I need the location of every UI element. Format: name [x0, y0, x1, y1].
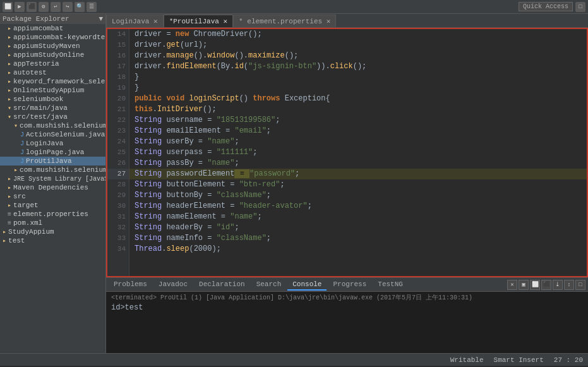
folder-icon: ▾	[14, 122, 18, 129]
java-icon: J	[20, 149, 24, 156]
sidebar-item-com-util[interactable]: ▸ com.mushishi.selenium.util	[0, 165, 105, 174]
sidebar-item-test[interactable]: ▸ test	[0, 236, 105, 245]
folder-icon: ▸	[8, 184, 11, 191]
tab-element-props[interactable]: * element.properties ✕	[233, 15, 336, 27]
folder-icon: ▸	[8, 175, 11, 183]
toolbar-icon-7[interactable]: 🔍	[75, 2, 85, 12]
folder-icon: ▾	[8, 104, 11, 112]
folder-icon: ▸	[14, 166, 18, 174]
sidebar-item-online[interactable]: ▸ appiumStudyOnline	[0, 51, 105, 59]
folder-icon: ▸	[8, 51, 11, 59]
toolbar-icon-1[interactable]: ⬜	[3, 2, 13, 12]
sidebar-item-onlinestudy[interactable]: ▸ OnlineStudyAppium	[0, 86, 105, 95]
sidebar-item-keywordtest[interactable]: ▸ appiumcombat-keywordtest	[0, 33, 105, 42]
tab-proutils-label: *ProUtilJava ✕	[169, 17, 227, 25]
app-window: ⬜ ▶ ⬛ ⚙ ↩ ↪ 🔍 ☰ Quick Access □ Package E…	[0, 0, 588, 367]
sidebar-item-maven-dep[interactable]: ▸ Maven Dependencies	[0, 183, 105, 192]
sidebar-item-loginpage[interactable]: J loginPage.java	[0, 148, 105, 157]
sidebar-item-src-test[interactable]: ▾ src/test/java	[0, 112, 105, 121]
console-tool-2[interactable]: ▣	[519, 280, 529, 290]
sidebar-item-target[interactable]: ▸ target	[0, 201, 105, 210]
toolbar-icon-8[interactable]: ☰	[87, 2, 97, 12]
console-tool-5[interactable]: ⤓	[553, 280, 563, 290]
line-num-15: 15	[107, 40, 129, 51]
tab-javadoc[interactable]: Javadoc	[153, 279, 193, 291]
sidebar-item-autotest[interactable]: ▸ autotest	[0, 68, 105, 77]
code-line-34: Thread.sleep(2000);	[129, 244, 587, 255]
sidebar-item-appiumcombat[interactable]: ▸ appiumcombat	[0, 24, 105, 33]
sidebar-item-pom[interactable]: ≡ pom.xml	[0, 219, 105, 227]
sidebar-title: Package Explorer	[3, 15, 69, 23]
code-line-22: String username = "18513199586";	[129, 115, 587, 126]
maximize-icon[interactable]: □	[575, 2, 585, 12]
tab-console[interactable]: Console	[287, 279, 327, 291]
code-content[interactable]: driver = new ChromeDriver(); driver.get(…	[129, 29, 587, 276]
line-num-28: 28	[107, 179, 129, 190]
console-output: <terminated> ProUtil (1) [Java Applicati…	[106, 292, 588, 353]
sidebar-item-seleniumbook[interactable]: ▸ seleniumbook	[0, 95, 105, 104]
line-num-19: 19	[107, 83, 129, 93]
status-bar: Writable Smart Insert 27 : 20	[0, 353, 588, 366]
line-num-31: 31	[107, 212, 129, 222]
code-line-29: String buttonBy = "className";	[129, 190, 587, 201]
code-line-23: String emailElement = "email";	[129, 126, 587, 136]
line-numbers: 14 15 16 17 18 19 20 21 22 23 24 25 26 2…	[107, 29, 129, 276]
sidebar-item-studyappium[interactable]: ▸ StudyAppium	[0, 227, 105, 236]
sidebar-item-apptestoria[interactable]: ▸ appTestoria	[0, 59, 105, 68]
tab-progress[interactable]: Progress	[328, 279, 371, 291]
tab-search[interactable]: Search	[251, 279, 287, 291]
line-num-20: 20	[107, 93, 129, 104]
line-num-23: 23	[107, 126, 129, 136]
console-prompt-line: id>test	[111, 303, 583, 312]
line-num-27: 27	[107, 169, 129, 179]
code-line-18: }	[129, 72, 587, 83]
sidebar-item-element-props[interactable]: ≡ element.properties	[0, 210, 105, 219]
toolbar-icon-6[interactable]: ↪	[63, 2, 73, 12]
tab-element-label: * element.properties ✕	[239, 17, 330, 25]
code-line-24: String userBy = "name";	[129, 136, 587, 147]
sidebar-item-src-main[interactable]: ▾ src/main/java	[0, 104, 105, 112]
sidebar-item-keyword-framework[interactable]: ▸ keyword_framework_selenium	[0, 77, 105, 86]
toolbar-icon-2[interactable]: ▶	[15, 2, 25, 12]
sidebar-item-actionselenium[interactable]: J ActionSelenium.java	[0, 130, 105, 139]
java-icon: J	[20, 131, 24, 138]
folder-icon: ▸	[8, 78, 11, 85]
sidebar-item-maven[interactable]: ▸ appiumStudyMaven	[0, 42, 105, 51]
console-tool-6[interactable]: ↕	[564, 280, 574, 290]
code-line-20: public void loginScript() throws Excepti…	[129, 93, 587, 104]
line-num-18: 18	[107, 72, 129, 83]
sidebar-menu-icon[interactable]: ▼	[99, 15, 103, 23]
quick-access-button[interactable]: Quick Access	[519, 2, 573, 11]
line-num-22: 22	[107, 115, 129, 126]
editor-tab-bar: LoginJava ✕ *ProUtilJava ✕ * element.pro…	[106, 14, 588, 28]
sidebar-header: Package Explorer ▼	[0, 14, 105, 24]
tab-loginjava[interactable]: LoginJava ✕	[106, 15, 164, 27]
toolbar-icon-5[interactable]: ↩	[51, 2, 61, 12]
line-num-30: 30	[107, 201, 129, 212]
console-terminated-header: <terminated> ProUtil (1) [Java Applicati…	[111, 293, 583, 303]
sidebar-item-com-mushishi[interactable]: ▾ com.mushishi.selenium	[0, 121, 105, 130]
tab-problems[interactable]: Problems	[109, 279, 152, 291]
console-tool-7[interactable]: □	[575, 280, 585, 290]
sidebar-item-loginjava[interactable]: J LoginJava	[0, 139, 105, 148]
code-line-30: String headerElement = "header-avator";	[129, 201, 587, 212]
tab-declaration[interactable]: Declaration	[194, 279, 250, 291]
console-tool-1[interactable]: ✕	[507, 280, 517, 290]
line-num-26: 26	[107, 158, 129, 169]
folder-icon: ▸	[8, 193, 11, 200]
console-tool-3[interactable]: ⬜	[530, 280, 540, 290]
tab-proutils[interactable]: *ProUtilJava ✕	[164, 15, 233, 27]
sidebar-item-jre[interactable]: ▸ JRE System Library [JavaSE-1.7]	[0, 174, 105, 183]
line-num-17: 17	[107, 61, 129, 72]
code-line-27: String passwordElement = "password";	[129, 169, 587, 179]
console-tool-4[interactable]: ⬛	[541, 280, 551, 290]
folder-icon: ▸	[8, 87, 11, 94]
tab-testng[interactable]: TestNG	[373, 279, 408, 291]
toolbar-icon-4[interactable]: ⚙	[39, 2, 49, 12]
sidebar-item-proutils[interactable]: J ProUtilJava	[0, 157, 105, 165]
code-line-25: String userpass = "111111";	[129, 147, 587, 158]
sidebar-item-src2[interactable]: ▸ src	[0, 192, 105, 201]
line-num-24: 24	[107, 136, 129, 147]
java-icon: J	[20, 140, 24, 147]
toolbar-icon-3[interactable]: ⬛	[27, 2, 37, 12]
